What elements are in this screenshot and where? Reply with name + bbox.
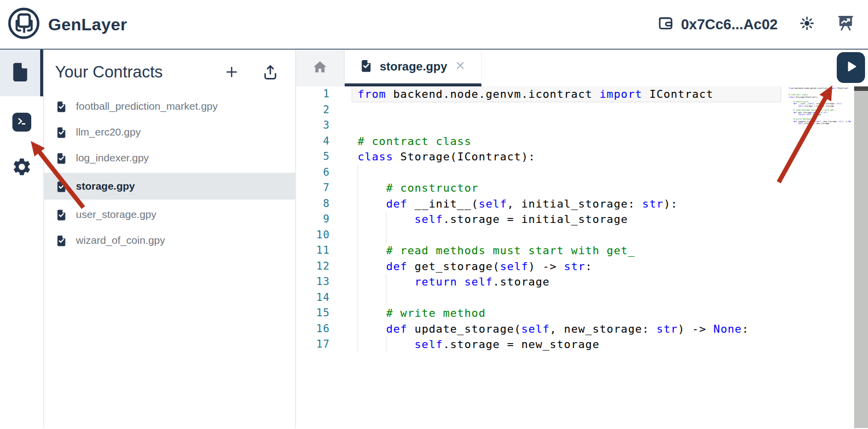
tab-home[interactable] bbox=[296, 50, 345, 86]
line-number: 12 bbox=[296, 259, 330, 275]
rail-item-contracts[interactable] bbox=[0, 50, 43, 96]
code-line[interactable]: 13 return self.storage bbox=[296, 274, 854, 290]
code-editor[interactable]: 1from backend.node.genvm.icontract impor… bbox=[296, 86, 854, 428]
code-line[interactable]: 2 bbox=[296, 102, 854, 118]
minimap[interactable]: from backend.node.genvm.icontract import… bbox=[789, 87, 851, 125]
upload-contract-button[interactable] bbox=[261, 63, 279, 81]
code-line[interactable]: 16 def update_storage(self, new_storage:… bbox=[296, 321, 854, 337]
file-icon bbox=[9, 61, 31, 85]
code-line[interactable]: 3 bbox=[296, 118, 854, 134]
code-line[interactable]: 17 self.storage = new_storage bbox=[296, 337, 854, 353]
line-number: 15 bbox=[296, 305, 330, 321]
line-number: 11 bbox=[296, 243, 330, 259]
indent-guide bbox=[386, 290, 386, 306]
stats-board-button[interactable] bbox=[836, 14, 855, 35]
line-number: 7 bbox=[296, 180, 330, 196]
file-check-icon bbox=[55, 152, 67, 164]
file-check-icon bbox=[55, 180, 67, 193]
indent-guide bbox=[386, 227, 386, 243]
indent-guide bbox=[358, 165, 358, 181]
code-line[interactable]: 9 self.storage = initial_storage bbox=[296, 212, 854, 227]
code-line-text: def __init__(self, initial_storage: str)… bbox=[358, 196, 678, 212]
gear-icon bbox=[11, 170, 32, 179]
line-number: 14 bbox=[296, 290, 330, 306]
code-line-text: self.storage = new_storage bbox=[358, 337, 600, 353]
wallet-address: 0x7Cc6...Ac02 bbox=[681, 16, 778, 33]
code-line-text: # write method bbox=[358, 305, 486, 321]
contract-file-item[interactable]: storage.gpy bbox=[44, 173, 295, 200]
contract-file-item[interactable]: wizard_of_coin.gpy bbox=[44, 227, 295, 253]
line-number: 8 bbox=[296, 196, 330, 212]
line-number: 1 bbox=[296, 86, 330, 102]
code-line[interactable]: 10 bbox=[296, 227, 854, 243]
code-line[interactable]: 11 # read methods must start with get_ bbox=[296, 243, 854, 259]
line-number: 4 bbox=[296, 134, 330, 149]
main-area: Your Contracts foot bbox=[0, 50, 868, 428]
line-number: 9 bbox=[296, 212, 330, 227]
terminal-icon bbox=[15, 115, 28, 130]
brand-name: GenLayer bbox=[48, 15, 127, 34]
code-line-text: # contract class bbox=[358, 134, 472, 149]
scrollbar-thumb[interactable] bbox=[854, 86, 868, 91]
presentation-chart-icon bbox=[836, 14, 855, 35]
contracts-panel-header: Your Contracts bbox=[44, 50, 295, 89]
add-contract-button[interactable] bbox=[224, 64, 240, 80]
code-line-text: return self.storage bbox=[358, 274, 550, 290]
line-number: 3 bbox=[296, 118, 330, 134]
file-check-icon bbox=[359, 59, 373, 74]
sidebar-rail bbox=[0, 50, 44, 428]
header-actions: 0x7Cc6...Ac02 bbox=[656, 13, 855, 36]
tab-bar: storage.gpy bbox=[296, 50, 868, 86]
file-name: football_prediction_market.gpy bbox=[76, 100, 218, 112]
tab-storage-file[interactable]: storage.gpy bbox=[345, 50, 482, 86]
file-name: llm_erc20.gpy bbox=[76, 126, 141, 138]
rail-item-settings[interactable] bbox=[11, 156, 32, 179]
line-number: 16 bbox=[296, 321, 330, 337]
code-line[interactable]: 7 # constructor bbox=[296, 180, 854, 196]
code-line[interactable]: 12 def get_storage(self) -> str: bbox=[296, 259, 854, 275]
code-line[interactable]: 5class Storage(IContract): bbox=[296, 149, 854, 165]
upload-icon bbox=[261, 63, 279, 81]
play-icon bbox=[843, 58, 860, 77]
code-line[interactable]: 14 bbox=[296, 290, 854, 306]
code-line[interactable]: 15 # write method bbox=[296, 305, 854, 321]
rail-item-terminal[interactable] bbox=[12, 113, 31, 132]
panel-title: Your Contracts bbox=[55, 63, 224, 81]
contract-file-item[interactable]: llm_erc20.gpy bbox=[44, 119, 295, 145]
file-name: log_indexer.gpy bbox=[76, 152, 149, 164]
tab-close-icon[interactable] bbox=[454, 59, 467, 74]
tab-label: storage.gpy bbox=[379, 60, 447, 73]
contract-file-item[interactable]: football_prediction_market.gpy bbox=[44, 93, 295, 119]
code-line[interactable]: 6 bbox=[296, 165, 854, 181]
code-line-text: # read methods must start with get_ bbox=[358, 243, 635, 259]
code-line-text: from backend.node.genvm.icontract import… bbox=[358, 86, 713, 102]
brand: GenLayer bbox=[7, 6, 127, 42]
wallet-icon bbox=[656, 13, 675, 36]
code-line[interactable]: 4# contract class bbox=[296, 134, 854, 149]
editor-scrollbar[interactable] bbox=[854, 86, 868, 428]
file-name: storage.gpy bbox=[76, 180, 135, 192]
file-name: user_storage.gpy bbox=[76, 209, 156, 220]
code-line[interactable]: 1from backend.node.genvm.icontract impor… bbox=[296, 86, 854, 102]
run-button[interactable] bbox=[837, 52, 865, 83]
line-number: 5 bbox=[296, 149, 330, 165]
file-check-icon bbox=[55, 209, 67, 221]
contract-file-item[interactable]: log_indexer.gpy bbox=[44, 145, 295, 171]
line-number: 2 bbox=[296, 102, 330, 118]
line-number: 6 bbox=[296, 165, 330, 181]
genlayer-studio-app: GenLayer 0x7Cc6...Ac02 bbox=[0, 0, 868, 429]
theme-toggle-button[interactable] bbox=[799, 15, 815, 34]
wallet-address-button[interactable]: 0x7Cc6...Ac02 bbox=[656, 13, 778, 36]
file-check-icon bbox=[55, 126, 67, 139]
sun-icon bbox=[799, 15, 815, 34]
contract-file-item[interactable]: user_storage.gpy bbox=[44, 202, 295, 227]
code-line[interactable]: 8 def __init__(self, initial_storage: st… bbox=[296, 196, 854, 212]
code-line-text: # constructor bbox=[358, 180, 479, 196]
editor-pane: storage.gpy 1from backend.node.genvm.ico… bbox=[296, 50, 868, 428]
genlayer-logo-icon bbox=[7, 6, 41, 42]
contracts-panel: Your Contracts foot bbox=[44, 50, 296, 428]
line-number: 13 bbox=[296, 274, 330, 290]
file-check-icon bbox=[55, 234, 67, 247]
home-icon bbox=[312, 59, 328, 77]
file-name: wizard_of_coin.gpy bbox=[76, 234, 165, 246]
